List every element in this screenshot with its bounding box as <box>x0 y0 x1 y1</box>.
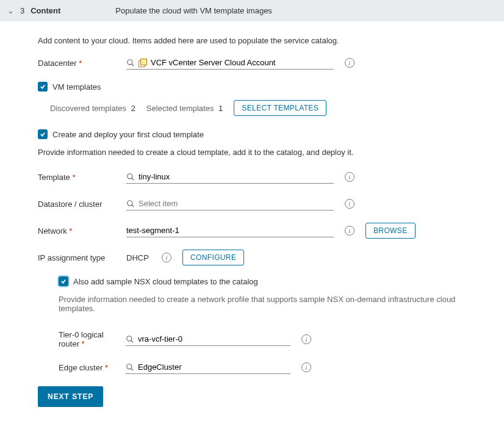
datacenter-field[interactable] <box>151 58 334 67</box>
info-icon[interactable]: i <box>301 362 311 372</box>
template-row: Template * i <box>38 169 504 185</box>
selected-value: 1 <box>218 104 223 113</box>
info-icon[interactable]: i <box>162 253 171 262</box>
vcenter-icon <box>139 59 147 67</box>
step-subtitle: Populate the cloud with VM template imag… <box>115 6 272 15</box>
datacenter-label: Datacenter * <box>38 59 126 68</box>
search-icon <box>126 173 135 181</box>
ip-assignment-value: DHCP <box>126 253 151 262</box>
svg-point-2 <box>128 173 132 178</box>
search-icon <box>126 363 134 372</box>
chevron-down-icon: ⌄ <box>7 6 14 15</box>
next-step-button[interactable]: NEXT STEP <box>38 386 103 407</box>
network-label: Network * <box>38 226 126 236</box>
info-icon[interactable]: i <box>345 58 355 68</box>
search-icon <box>126 59 135 67</box>
edge-input[interactable] <box>126 361 290 374</box>
deploy-desc: Provide information needed to create a c… <box>38 148 504 157</box>
discovered-value: 2 <box>131 104 135 113</box>
svg-point-4 <box>128 200 132 205</box>
info-icon[interactable]: i <box>345 226 355 236</box>
ip-assignment-row: IP assignment type DHCP i CONFIGURE <box>38 250 504 265</box>
vm-templates-row: VM templates <box>38 82 504 92</box>
nsx-label: Also add sample NSX cloud templates to t… <box>73 277 258 286</box>
svg-point-6 <box>127 336 132 340</box>
svg-line-1 <box>132 63 134 66</box>
template-input[interactable] <box>126 170 334 184</box>
svg-point-0 <box>128 59 132 64</box>
svg-line-5 <box>132 204 134 207</box>
datastore-label: Datastore / cluster <box>38 200 126 209</box>
nsx-row: Also add sample NSX cloud templates to t… <box>59 276 480 286</box>
search-icon <box>126 200 135 208</box>
datacenter-row: Datacenter * i <box>38 55 504 71</box>
datastore-field[interactable] <box>139 199 334 208</box>
svg-point-8 <box>127 364 132 369</box>
template-field[interactable] <box>139 172 334 181</box>
intro-text: Add content to your cloud. Items added h… <box>38 36 504 45</box>
network-field[interactable] <box>126 226 334 235</box>
step-title: Content <box>31 6 60 15</box>
create-deploy-row: Create and deploy your first cloud templ… <box>38 129 504 139</box>
configure-button[interactable]: CONFIGURE <box>182 250 244 265</box>
tier0-field[interactable] <box>138 334 290 344</box>
create-deploy-label: Create and deploy your first cloud templ… <box>52 130 204 139</box>
edge-field[interactable] <box>138 362 290 372</box>
datastore-row: Datastore / cluster i <box>38 196 504 212</box>
discovered-label: Discovered templates <box>50 104 126 113</box>
templates-stats: Discovered templates 2 Selected template… <box>50 100 504 116</box>
tier0-input[interactable] <box>126 333 290 346</box>
nsx-desc: Provide information needed to create a n… <box>59 295 480 313</box>
vm-templates-label: VM templates <box>52 82 101 92</box>
nsx-block: Also add sample NSX cloud templates to t… <box>59 276 504 375</box>
svg-line-7 <box>131 340 134 342</box>
svg-line-3 <box>132 178 134 180</box>
step-number: 3 <box>20 6 24 15</box>
network-row: Network * i BROWSE <box>38 223 504 239</box>
selected-label: Selected templates <box>146 104 214 113</box>
network-input[interactable] <box>126 224 334 237</box>
edge-label: Edge cluster * <box>59 363 126 372</box>
nsx-checkbox[interactable] <box>59 276 68 286</box>
info-icon[interactable]: i <box>345 172 355 182</box>
info-icon[interactable]: i <box>301 334 311 344</box>
content-form: Add content to your cloud. Items added h… <box>0 21 504 422</box>
create-deploy-checkbox[interactable] <box>38 129 48 139</box>
datastore-input[interactable] <box>126 197 334 211</box>
tier0-label: Tier-0 logical router * <box>59 330 126 348</box>
tier0-row: Tier-0 logical router * i <box>59 330 480 348</box>
select-templates-button[interactable]: SELECT TEMPLATES <box>234 100 326 116</box>
ip-assignment-label: IP assignment type <box>38 253 126 262</box>
search-icon <box>126 335 134 344</box>
vm-templates-checkbox[interactable] <box>38 82 48 92</box>
template-label: Template * <box>38 173 126 182</box>
edge-row: Edge cluster * i <box>59 359 480 375</box>
browse-button[interactable]: BROWSE <box>365 223 416 239</box>
svg-line-9 <box>131 368 134 370</box>
wizard-step-header[interactable]: ⌄ 3 Content Populate the cloud with VM t… <box>0 0 504 21</box>
info-icon[interactable]: i <box>345 199 355 209</box>
datacenter-input[interactable] <box>126 56 334 70</box>
